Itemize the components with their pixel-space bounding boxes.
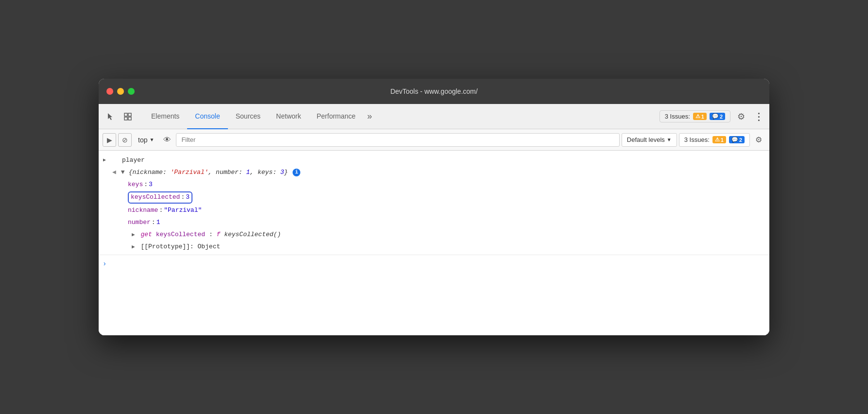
- devtools-window: DevTools - www.google.com/: [99, 79, 769, 335]
- minimize-button[interactable]: [117, 88, 124, 95]
- nickname-prop-val: "Parzival": [164, 206, 202, 216]
- filter-input[interactable]: [176, 133, 619, 147]
- more-options-icon[interactable]: ⋮: [752, 110, 765, 123]
- issues-label: 3 Issues:: [665, 113, 690, 120]
- player-line: ▶ player: [99, 155, 769, 167]
- devtools-panel: Elements Console Sources Network Perform…: [99, 104, 769, 335]
- function-keyword: f: [217, 231, 221, 238]
- number-prop-line: number : 1: [99, 217, 769, 229]
- console-info-badge: 💬 2: [729, 136, 745, 143]
- keyscollected-prop-line: keysCollected : 3: [99, 190, 769, 205]
- tab-elements[interactable]: Elements: [143, 104, 187, 129]
- tabbar: Elements Console Sources Network Perform…: [99, 104, 769, 129]
- tab-network[interactable]: Network: [268, 104, 309, 129]
- console-output: ▶ player ◀ ▼ {nickname: 'Parzival', numb…: [99, 151, 769, 335]
- console-caret: ›: [103, 260, 106, 268]
- log-levels-selector[interactable]: Default levels ▼: [622, 133, 677, 147]
- info-badge: 💬 2: [710, 113, 725, 120]
- tab-console[interactable]: Console: [187, 104, 227, 129]
- keyscollected-prop-key: keysCollected: [131, 192, 180, 203]
- warn-icon: ⚠: [695, 113, 700, 120]
- svg-rect-0: [124, 113, 127, 116]
- svg-rect-2: [124, 117, 127, 120]
- more-tabs-button[interactable]: »: [364, 104, 376, 129]
- console-info-icon: 💬: [731, 137, 738, 143]
- getter-funcname: keysCollected(): [224, 231, 281, 238]
- keys-prop-key: keys: [128, 180, 143, 190]
- maximize-button[interactable]: [128, 88, 135, 95]
- tab-sources[interactable]: Sources: [228, 104, 268, 129]
- player-expand-arrow[interactable]: ▶: [101, 156, 108, 164]
- tab-performance[interactable]: Performance: [309, 104, 363, 129]
- object-line: ◀ ▼ {nickname: 'Parzival', number: 1, ke…: [99, 167, 769, 179]
- back-arrow-icon: ◀: [112, 168, 116, 178]
- chevron-down-icon-levels: ▼: [667, 137, 672, 142]
- console-divider: [99, 255, 769, 255]
- cursor-icon[interactable]: [103, 109, 118, 124]
- traffic-lights: [106, 88, 135, 95]
- console-settings-icon[interactable]: ⚙: [752, 133, 765, 147]
- tabbar-right: 3 Issues: ⚠ 1 💬 2 ⚙ ⋮: [660, 110, 765, 123]
- console-toolbar: ▶ ⊘ top ▼ 👁 Default levels ▼ 3 Issues: ⚠…: [99, 129, 769, 151]
- obj-expand-arrow[interactable]: ▼: [121, 168, 125, 178]
- console-warn-badge: ⚠ 1: [712, 136, 726, 143]
- warn-badge: ⚠ 1: [693, 113, 707, 120]
- obj-info-icon[interactable]: i: [293, 169, 300, 176]
- settings-icon[interactable]: ⚙: [734, 110, 748, 123]
- log-levels-label: Default levels: [627, 136, 665, 143]
- tabbar-left-icons: [103, 109, 136, 124]
- titlebar: DevTools - www.google.com/: [99, 79, 769, 104]
- console-warn-icon: ⚠: [715, 137, 720, 143]
- keyscollected-highlight: keysCollected : 3: [128, 191, 192, 204]
- keys-prop-line: keys : 3: [99, 179, 769, 191]
- getter-prop-name: keysCollected: [156, 231, 205, 238]
- obj-summary: {nickname: 'Parzival', number: 1, keys: …: [129, 168, 288, 178]
- prototype-line: ▶ [[Prototype]]: Object: [99, 241, 769, 253]
- cursor-line[interactable]: ›: [99, 257, 769, 269]
- getter-line: ▶ get keysCollected : f keysCollected(): [99, 229, 769, 241]
- chevron-down-icon: ▼: [149, 137, 154, 142]
- console-issues-label: 3 Issues:: [684, 136, 710, 143]
- getter-expand-arrow[interactable]: ▶: [132, 232, 135, 238]
- inspect-icon[interactable]: [120, 109, 136, 124]
- svg-rect-1: [128, 113, 131, 116]
- issues-badge[interactable]: 3 Issues: ⚠ 1 💬 2: [660, 110, 730, 122]
- context-label: top: [138, 136, 147, 144]
- info-icon: 💬: [712, 113, 719, 120]
- window-title: DevTools - www.google.com/: [390, 87, 478, 95]
- number-prop-key: number: [128, 218, 151, 228]
- run-button[interactable]: ▶: [103, 133, 116, 147]
- keyscollected-prop-val: 3: [186, 192, 190, 203]
- nickname-prop-key: nickname: [128, 206, 158, 216]
- keys-prop-val: 3: [149, 180, 153, 190]
- player-label: player: [116, 155, 145, 166]
- prototype-label: [[Prototype]]: Object: [140, 243, 220, 250]
- number-prop-val: 1: [156, 218, 160, 228]
- svg-rect-3: [128, 117, 131, 120]
- get-keyword: get: [140, 231, 152, 238]
- eye-icon[interactable]: 👁: [160, 133, 174, 147]
- close-button[interactable]: [106, 88, 113, 95]
- block-button[interactable]: ⊘: [118, 133, 132, 147]
- prototype-expand-arrow[interactable]: ▶: [132, 244, 135, 250]
- console-issues-count[interactable]: 3 Issues: ⚠ 1 💬 2: [679, 133, 750, 147]
- context-selector[interactable]: top ▼: [134, 133, 158, 147]
- nickname-prop-line: nickname : "Parzival": [99, 205, 769, 217]
